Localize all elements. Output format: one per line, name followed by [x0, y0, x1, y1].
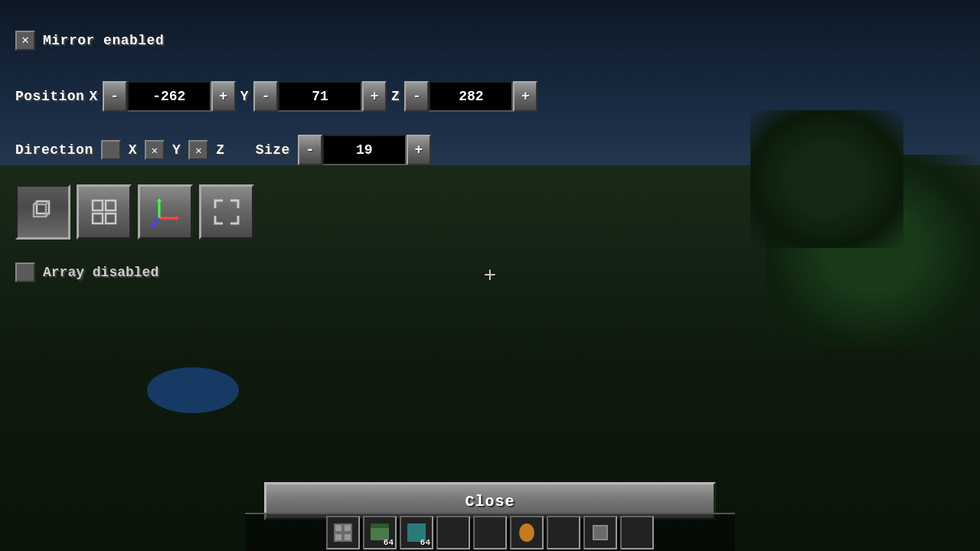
- hotbar-slot-2: 64: [363, 516, 397, 549]
- outline-view-button[interactable]: [199, 184, 254, 240]
- hotbar-slot-4: [436, 516, 470, 549]
- direction-x-checkbox[interactable]: [101, 140, 121, 160]
- hotbar-item-1: [332, 522, 354, 543]
- hotbar-count-2: 64: [384, 538, 394, 547]
- direction-y-checkbox[interactable]: [145, 140, 165, 160]
- mirror-checkbox[interactable]: [15, 31, 35, 51]
- ui-panel: Mirror enabled Position X - + Y - + Z - …: [0, 0, 490, 505]
- position-z-label: Z: [391, 89, 400, 104]
- size-label: Size: [256, 142, 290, 158]
- svg-rect-17: [345, 525, 351, 531]
- position-y-minus[interactable]: -: [253, 81, 278, 112]
- direction-row: Direction X Y Z Size - +: [15, 135, 475, 165]
- array-row: Array disabled: [15, 262, 475, 282]
- hotbar-slot-6: [510, 516, 544, 549]
- position-z-minus[interactable]: -: [404, 81, 429, 112]
- position-row: Position X - + Y - + Z - +: [15, 81, 475, 112]
- mirror-label: Mirror enabled: [43, 33, 164, 48]
- svg-rect-1: [34, 204, 46, 217]
- direction-z-label: Z: [216, 142, 224, 158]
- svg-rect-19: [345, 534, 351, 540]
- direction-x-label: X: [129, 142, 137, 158]
- svg-rect-16: [335, 525, 341, 531]
- array-label: Array disabled: [43, 265, 158, 280]
- outline-icon: [211, 197, 242, 227]
- icon-buttons-row: [15, 184, 475, 240]
- svg-rect-5: [93, 201, 103, 210]
- size-minus[interactable]: -: [298, 135, 322, 165]
- position-x-label: X: [89, 89, 97, 104]
- axes-view-button[interactable]: [138, 184, 193, 240]
- position-x-group: - +: [103, 81, 236, 112]
- svg-rect-25: [594, 527, 606, 539]
- position-y-input[interactable]: [278, 81, 362, 112]
- mirror-row: Mirror enabled: [15, 31, 475, 51]
- axes-icon: [150, 197, 181, 227]
- hotbar-slot-5: [473, 516, 507, 549]
- grid-view-button[interactable]: [77, 184, 132, 240]
- hotbar-slot-1: [326, 516, 360, 549]
- hotbar-slot-3: 64: [400, 516, 433, 549]
- hotbar-item-6: [516, 522, 537, 543]
- position-z-group: - +: [404, 81, 537, 112]
- direction-label: Direction: [15, 142, 93, 158]
- position-y-group: - +: [253, 81, 387, 112]
- tree-decoration-2: [750, 110, 903, 248]
- svg-rect-7: [93, 214, 103, 223]
- hotbar-slot-7: [547, 516, 580, 549]
- position-z-input[interactable]: [429, 81, 513, 112]
- svg-rect-8: [106, 214, 116, 223]
- position-x-plus[interactable]: +: [211, 81, 236, 112]
- hotbar-slot-9: [620, 516, 654, 549]
- position-y-plus[interactable]: +: [362, 81, 387, 112]
- hotbar-count-3: 64: [420, 538, 430, 547]
- direction-z-checkbox[interactable]: [188, 140, 208, 160]
- position-x-minus[interactable]: -: [103, 81, 127, 112]
- hotbar: 64 64: [245, 513, 735, 551]
- hotbar-slot-8: [583, 516, 617, 549]
- position-x-input[interactable]: [127, 81, 211, 112]
- svg-marker-10: [176, 216, 179, 220]
- position-y-label: Y: [240, 89, 249, 104]
- structure-view-button[interactable]: [15, 184, 70, 240]
- svg-marker-12: [157, 198, 162, 201]
- structure-icon: [28, 197, 58, 227]
- svg-rect-21: [371, 523, 389, 528]
- svg-rect-18: [335, 534, 341, 540]
- position-label: Position: [15, 89, 84, 104]
- position-z-plus[interactable]: +: [513, 81, 537, 112]
- grid-icon: [89, 197, 119, 227]
- svg-point-23: [519, 523, 534, 542]
- size-plus[interactable]: +: [407, 135, 431, 165]
- size-group: - +: [298, 135, 431, 165]
- hotbar-item-8: [590, 522, 611, 543]
- array-checkbox[interactable]: [15, 262, 35, 282]
- direction-y-label: Y: [172, 142, 181, 158]
- svg-rect-6: [106, 201, 116, 210]
- size-input[interactable]: [322, 135, 407, 165]
